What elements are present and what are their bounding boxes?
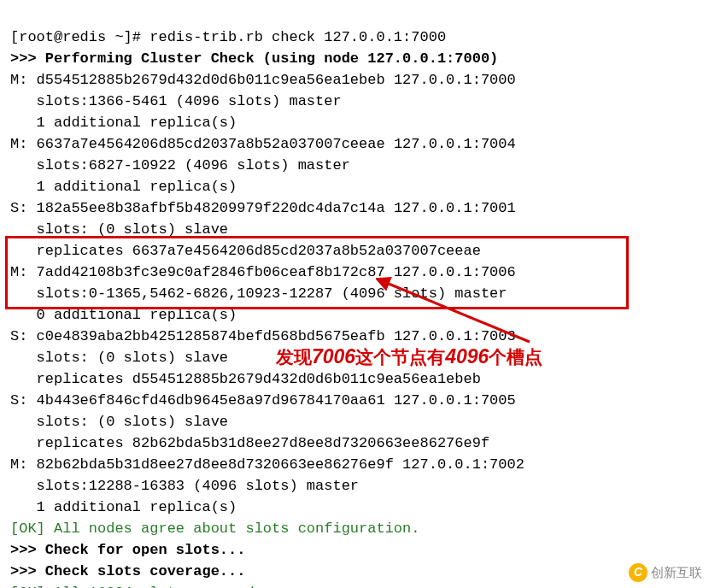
terminal-output: [root@redis ~]# redis-trib.rb check 127.… bbox=[0, 0, 709, 588]
node-slots: slots:6827-10922 (4096 slots) master bbox=[10, 157, 350, 173]
node-replicates: replicates d554512885b2679d432d0d6b011c9… bbox=[10, 371, 481, 387]
node-slots: slots: (0 slots) slave bbox=[10, 414, 228, 430]
header-line: >>> Performing Cluster Check (using node… bbox=[10, 50, 498, 67]
node-line: M: d554512885b2679d432d0d6b011c9ea56ea1e… bbox=[10, 72, 516, 88]
node-replicates: replicates 6637a7e4564206d85cd2037a8b52a… bbox=[10, 243, 481, 259]
watermark-logo-icon: C bbox=[629, 563, 647, 582]
watermark-text: 创新互联 bbox=[651, 562, 702, 583]
node-line: M: 82b62bda5b31d8ee27d8ee8d7320663ee8627… bbox=[10, 456, 524, 473]
node-line: M: 6637a7e4564206d85cd2037a8b52a037007ce… bbox=[10, 136, 516, 152]
check-open-line: >>> Check for open slots... bbox=[10, 542, 245, 558]
node-slots: slots: (0 slots) slave bbox=[10, 221, 228, 238]
node-slots: slots: (0 slots) slave bbox=[10, 350, 228, 366]
node-line: S: 182a55ee8b38afbf5b48209979f220dc4da7c… bbox=[10, 200, 516, 216]
node-replicas: 1 additional replica(s) bbox=[10, 499, 237, 515]
watermark: C 创新互联 bbox=[629, 562, 702, 583]
shell-prompt-line: [root@redis ~]# redis-trib.rb check 127.… bbox=[10, 29, 446, 45]
node-line: M: 7add42108b3fc3e9c0af2846fb06ceaf8b172… bbox=[10, 264, 516, 280]
node-replicates: replicates 82b62bda5b31d8ee27d8ee8d73206… bbox=[10, 435, 489, 451]
node-replicas: 0 additional replica(s) bbox=[10, 307, 237, 323]
node-slots: slots:0-1365,5462-6826,10923-12287 (4096… bbox=[10, 285, 507, 302]
node-line: S: c0e4839aba2bb4251285874befd568bd5675e… bbox=[10, 328, 516, 344]
ok-line: [OK] All 16384 slots covered. bbox=[10, 585, 263, 588]
annotation-text: 发现7006这个节点有4096个槽点 bbox=[276, 346, 542, 368]
node-line: S: 4b443e6f846cfd46db9645e8a97d96784170a… bbox=[10, 392, 516, 409]
ok-line: [OK] All nodes agree about slots configu… bbox=[10, 520, 419, 537]
node-slots: slots:12288-16383 (4096 slots) master bbox=[10, 478, 359, 494]
node-replicas: 1 additional replica(s) bbox=[10, 179, 237, 195]
node-replicas: 1 additional replica(s) bbox=[10, 115, 237, 131]
node-slots: slots:1366-5461 (4096 slots) master bbox=[10, 93, 342, 109]
check-coverage-line: >>> Check slots coverage... bbox=[10, 563, 245, 579]
